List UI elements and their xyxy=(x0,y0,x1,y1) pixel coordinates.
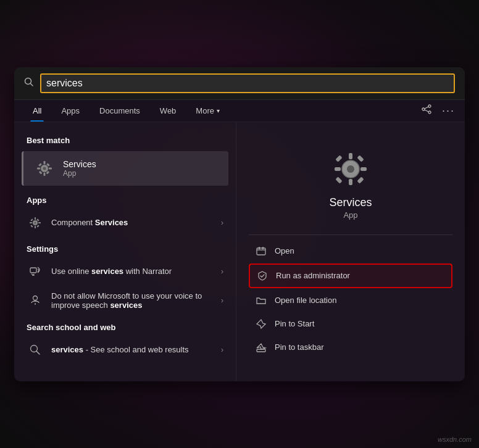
apps-section-label: Apps xyxy=(14,192,236,209)
svg-rect-20 xyxy=(35,226,36,228)
app-type: App xyxy=(343,210,357,220)
settings-section-label: Settings xyxy=(14,241,236,257)
svg-point-4 xyxy=(428,111,431,114)
search-panel: All Apps Documents Web More ▾ ··· xyxy=(14,67,465,381)
action-run-as-admin[interactable]: Run as administrator xyxy=(249,263,452,288)
chevron-down-icon: ▾ xyxy=(217,107,220,114)
action-open-label: Open xyxy=(275,246,294,255)
share-icon[interactable] xyxy=(421,104,432,117)
svg-line-6 xyxy=(425,110,428,112)
svg-line-1 xyxy=(31,83,33,86)
svg-rect-10 xyxy=(44,173,46,176)
svg-line-5 xyxy=(425,107,428,109)
chevron-right-icon: › xyxy=(221,218,223,227)
app-preview: Services App xyxy=(249,135,452,230)
action-list: Open Run as administrator xyxy=(249,240,452,359)
search-icon xyxy=(24,77,34,89)
tab-documents[interactable]: Documents xyxy=(91,100,149,122)
best-match-label: Best match xyxy=(14,132,236,149)
action-pin-to-taskbar[interactable]: Pin to taskbar xyxy=(249,336,452,359)
component-services-text: Component Services xyxy=(51,218,214,227)
right-panel: Services App Open xyxy=(236,122,465,381)
tab-apps[interactable]: Apps xyxy=(52,100,88,122)
speech-icon xyxy=(27,292,44,309)
component-services-icon xyxy=(27,214,44,231)
search-web-label: Search school and web xyxy=(14,319,236,336)
svg-rect-22 xyxy=(38,222,41,223)
chevron-right-icon-4: › xyxy=(221,346,223,354)
action-open-file-location[interactable]: Open file location xyxy=(249,289,452,312)
app-name: Services xyxy=(329,196,372,209)
chevron-right-icon-3: › xyxy=(221,296,223,305)
svg-rect-39 xyxy=(335,167,341,171)
web-search-item[interactable]: services - See school and web results › xyxy=(14,336,236,364)
left-panel: Best match xyxy=(14,122,236,381)
taskbar-pin-icon xyxy=(255,341,267,354)
watermark: wsxdn.com xyxy=(438,436,472,443)
best-match-item[interactable]: Services App xyxy=(22,151,228,186)
action-pin-to-start-label: Pin to Start xyxy=(275,319,314,328)
divider xyxy=(249,234,452,235)
pin-icon xyxy=(255,318,267,330)
app-preview-icon xyxy=(331,149,370,189)
svg-rect-40 xyxy=(360,167,367,171)
svg-rect-25 xyxy=(30,225,33,227)
svg-point-8 xyxy=(43,167,46,170)
narrator-icon xyxy=(27,263,44,280)
svg-point-2 xyxy=(428,105,431,107)
tab-all[interactable]: All xyxy=(24,100,50,122)
svg-line-34 xyxy=(36,351,40,354)
shield-icon xyxy=(256,270,269,282)
narrator-services-item[interactable]: Use online services with Narrator › xyxy=(14,257,236,286)
component-services-item[interactable]: Component Services › xyxy=(14,209,236,237)
svg-point-18 xyxy=(35,222,36,223)
svg-rect-37 xyxy=(349,153,352,159)
svg-rect-26 xyxy=(36,225,39,227)
svg-point-36 xyxy=(347,165,354,173)
speech-services-item[interactable]: Do not allow Microsoft to use your voice… xyxy=(14,286,236,315)
svg-rect-21 xyxy=(30,222,32,223)
tabs-row: All Apps Documents Web More ▾ ··· xyxy=(14,100,465,122)
narrator-services-text: Use online services with Narrator xyxy=(51,267,214,276)
svg-point-31 xyxy=(33,296,38,300)
action-pin-to-taskbar-label: Pin to taskbar xyxy=(275,342,324,352)
svg-rect-41 xyxy=(335,155,342,162)
search-input[interactable] xyxy=(40,73,455,93)
tab-web[interactable]: Web xyxy=(151,100,185,122)
action-open[interactable]: Open xyxy=(249,240,452,262)
svg-rect-23 xyxy=(30,218,33,221)
search-bar xyxy=(14,67,465,100)
svg-rect-43 xyxy=(335,176,342,183)
svg-rect-42 xyxy=(357,155,364,162)
web-search-text: services - See school and web results xyxy=(51,345,214,354)
speech-services-text: Do not allow Microsoft to use your voice… xyxy=(51,291,214,310)
tab-icons: ··· xyxy=(421,104,455,117)
action-pin-to-start[interactable]: Pin to Start xyxy=(249,313,452,335)
svg-rect-45 xyxy=(257,248,265,255)
action-open-file-location-label: Open file location xyxy=(275,296,336,305)
svg-rect-38 xyxy=(349,179,352,185)
svg-rect-27 xyxy=(30,268,36,273)
more-options-icon[interactable]: ··· xyxy=(442,104,455,117)
web-search-icon xyxy=(27,341,44,359)
best-match-subtitle: App xyxy=(63,169,96,178)
open-icon xyxy=(255,245,267,257)
svg-rect-12 xyxy=(49,167,52,169)
svg-rect-47 xyxy=(262,247,264,249)
main-content: Best match xyxy=(14,122,465,381)
chevron-right-icon-2: › xyxy=(221,267,223,276)
action-run-as-admin-label: Run as administrator xyxy=(276,271,350,280)
tab-more[interactable]: More ▾ xyxy=(187,100,228,122)
svg-point-3 xyxy=(422,108,425,110)
svg-rect-11 xyxy=(37,167,40,169)
best-match-title: Services xyxy=(63,159,96,169)
svg-rect-44 xyxy=(357,176,364,183)
services-app-icon xyxy=(33,157,56,180)
folder-icon xyxy=(255,294,267,307)
svg-rect-9 xyxy=(44,161,46,164)
svg-rect-46 xyxy=(259,247,260,249)
svg-rect-19 xyxy=(35,217,36,220)
